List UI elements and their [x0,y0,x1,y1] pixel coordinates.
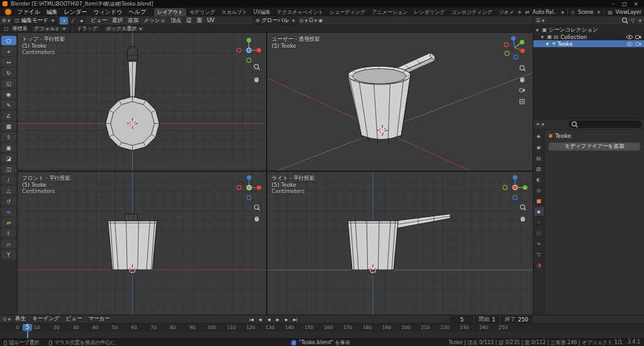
tab-compositing[interactable]: コンポジティング [448,8,496,16]
editor-type-icon[interactable]: ⊞▼ [2,18,10,23]
uv-menu[interactable]: UV [204,17,217,25]
outliner-editor-icon[interactable]: ☰▼ [536,18,545,23]
orientation-dropdown[interactable]: ⊕グローバル▼ [252,17,298,25]
auto-rel-caret[interactable]: ▼ [561,10,564,14]
expand-icon[interactable]: ▼ [541,35,545,39]
pivot-point-icon[interactable]: ◎▼ [299,18,308,23]
tab-geometry-nodes[interactable]: ジオメトリノード [496,8,514,16]
scale-tool[interactable]: ◱ [1,79,16,88]
proportional-edit-icon[interactable]: ◉ [318,18,323,23]
properties-search-input[interactable] [569,121,641,128]
face-select-button[interactable]: ▰ [77,17,86,25]
start-frame-field[interactable]: 開始1 [475,316,499,323]
view-layer-selector[interactable]: ViewLayer [616,9,641,15]
physics-tab[interactable]: ○ [534,228,544,237]
menu-help[interactable]: ヘルプ [126,8,150,16]
tab-rendering[interactable]: レンダリング [411,8,448,16]
outliner-row-object[interactable]: ▼ ▼ Teoke [533,40,644,47]
jump-to-end-button[interactable]: ▶| [291,317,299,321]
camera-view-icon[interactable] [519,89,525,92]
next-keyframe-button[interactable]: ▶ [282,317,291,321]
auto-rel-icon[interactable]: ⇄ [525,9,530,15]
add-modifier-button[interactable]: モディファイアーを追加 [548,142,640,151]
tab-modeling[interactable]: モデリング [186,8,218,16]
view-layer-tab[interactable]: ▧ [534,164,544,173]
play-reverse-button[interactable]: ◀ [265,317,273,321]
zoom-icon[interactable] [520,65,526,71]
view-menu[interactable]: ビュー [88,17,109,25]
mesh-menu[interactable]: メッシュ [141,17,168,25]
constraints-tab[interactable]: ∞ [534,239,544,248]
outliner-options-caret[interactable]: ▼ [638,18,641,23]
vertex-select-button[interactable]: • [60,17,68,25]
menu-file[interactable]: ファイル [14,8,43,16]
drag-mode-dropdown[interactable]: ボックス選択▼ [103,26,145,32]
particles-tab[interactable]: ∴ [534,218,544,226]
outliner-search-icon[interactable] [622,18,628,24]
vertex-menu[interactable]: 頂点 [168,17,184,25]
world-tab[interactable]: ◎ [534,186,544,194]
snap-magnet-icon[interactable]: Ω▼ [309,18,317,23]
nav-gizmo[interactable] [504,36,525,59]
shrink-fatten-tool[interactable]: ⇕ [1,228,16,238]
face-menu[interactable]: 面 [194,17,205,25]
viewport-top[interactable]: トップ・平行投影 (5) Teoke Centimeters [18,33,267,171]
select-menu[interactable]: 選択 [109,17,125,25]
material-tab[interactable]: ◑ [534,260,544,269]
jump-to-start-button[interactable]: |◀ [247,317,255,321]
menu-window[interactable]: ウィンドウ [90,8,125,16]
expand-icon[interactable]: ▼ [536,28,540,32]
pot-perspective[interactable] [348,53,435,143]
knife-tool[interactable]: ∕ [1,175,16,184]
mode-dropdown[interactable]: ◫編集モード▼ [11,17,57,25]
prev-keyframe-button[interactable]: ◀ [256,317,264,321]
minimize-button[interactable]: – [608,1,619,7]
render-tab[interactable]: ◉ [534,143,544,152]
tab-uv-editing[interactable]: UV編集 [250,8,274,16]
pan-hand-icon[interactable] [521,217,525,222]
add-menu[interactable]: 追加 [125,17,141,25]
tab-texture-paint[interactable]: テクスチャペイント [274,8,326,16]
move-tool[interactable]: ↔ [1,57,16,67]
measure-tool[interactable]: ∠ [1,111,16,120]
menu-edit[interactable]: 編集 [43,8,61,16]
viewport-right[interactable]: ライト・平行投影 (5) Teoke Centimeters [267,172,533,315]
playhead-frame-badge[interactable]: 5 [23,324,32,331]
keying-menu[interactable]: キーイング [29,315,62,323]
timeline-ruler[interactable]: 0102030405060708090100110120130140150160… [0,323,644,332]
annotate-tool[interactable]: ✎ [1,100,16,109]
close-button[interactable]: × [630,1,641,7]
pan-hand-icon[interactable] [255,77,258,82]
bevel-tool[interactable]: ◪ [1,153,16,163]
ortho-toggle-icon[interactable] [520,99,525,104]
outliner-row-scene-collection[interactable]: ▼ ▣ シーンコレクション [533,26,644,33]
preset-dropdown[interactable]: デフォルト▼ [31,26,69,32]
auto-rel-label[interactable]: Auto Rel.. [533,9,557,15]
inset-faces-tool[interactable]: ▣ [1,143,16,152]
nav-gizmo[interactable] [236,38,261,62]
tab-shading[interactable]: シェーディング [326,8,369,16]
poly-build-tool[interactable]: △ [1,186,16,195]
maximize-button[interactable]: □ [619,1,630,7]
extrude-region-tool[interactable]: ⇧ [1,132,16,142]
filter-icon[interactable]: ▽ [631,18,635,23]
pan-hand-icon[interactable] [255,217,258,221]
viewport-front[interactable]: フロント・平行投影 (5) Teoke Centimeters [18,172,267,315]
nav-gizmo[interactable] [237,176,262,200]
add-workspace-button[interactable]: + [514,9,525,15]
render-visibility-icon[interactable] [635,42,641,47]
hide-eye-icon[interactable] [626,42,633,47]
pot-top-view[interactable] [106,47,160,150]
play-button[interactable]: ▶ [274,317,282,321]
properties-editor-icon[interactable]: ≡▼ [536,121,544,127]
edge-slide-tool[interactable]: ⇄ [1,218,16,227]
menu-render[interactable]: レンダー [61,8,91,16]
rip-region-tool[interactable]: Y [1,250,16,259]
zoom-icon[interactable] [255,205,260,211]
tool-tab[interactable]: ✚ [534,132,544,141]
render-visibility-icon[interactable] [635,35,641,40]
end-frame-field[interactable]: 終了250 [501,316,532,323]
edge-menu[interactable]: 辺 [184,17,194,25]
expand-icon[interactable]: ▼ [546,42,550,46]
output-tab[interactable]: ▤ [534,153,544,162]
